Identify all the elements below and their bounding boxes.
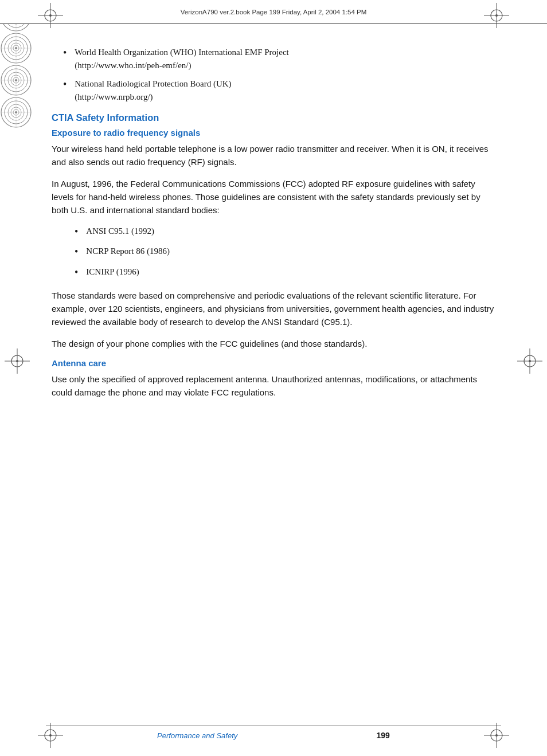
list-item: National Radiological Protection Board (… <box>52 77 495 103</box>
paragraph-3: Those standards were based on comprehens… <box>52 289 495 329</box>
crosshair-mid-left <box>5 348 30 374</box>
bullet-list-mid: ANSI C95.1 (1992) NCRP Report 86 (1986) … <box>63 225 495 280</box>
crosshair-top-left <box>38 3 63 28</box>
crosshair-mid-right <box>517 348 542 374</box>
footer-title: Performance and Safety <box>157 731 237 740</box>
crosshair-top-right <box>484 3 509 28</box>
header-bar: VerizonA790 ver.2.book Page 199 Friday, … <box>0 0 547 24</box>
svg-point-35 <box>49 14 52 17</box>
corner-decoration-br <box>0 96 32 128</box>
svg-point-47 <box>529 360 531 362</box>
list-item: World Health Organization (WHO) Internat… <box>52 46 495 72</box>
paragraph-1: Your wireless hand held portable telepho… <box>52 142 495 169</box>
footer-page-number: 199 <box>377 731 390 740</box>
footer-separator <box>249 731 365 740</box>
paragraph-5: Use only the specified of approved repla… <box>52 373 495 399</box>
paragraph-4: The design of your phone complies with t… <box>52 337 495 350</box>
bullet-list-top: World Health Organization (WHO) Internat… <box>52 46 495 103</box>
header-text: VerizonA790 ver.2.book Page 199 Friday, … <box>181 9 367 15</box>
svg-point-43 <box>16 360 18 362</box>
list-item: NCRP Report 86 (1986) <box>63 245 495 259</box>
sub-heading-exposure: Exposure to radio frequency signals <box>52 128 495 138</box>
section-heading-ctia: CTIA Safety Information <box>52 112 495 123</box>
paragraph-2: In August, 1996, the Federal Communicati… <box>52 177 495 217</box>
list-item: ICNIRP (1996) <box>63 265 495 280</box>
corner-decoration-tr <box>0 32 32 64</box>
svg-point-39 <box>495 14 498 17</box>
corner-decoration-bl <box>0 64 32 96</box>
main-content: World Health Organization (WHO) Internat… <box>52 32 495 722</box>
footer-line <box>46 726 501 726</box>
footer: Performance and Safety 199 <box>0 731 547 740</box>
page: VerizonA790 ver.2.book Page 199 Friday, … <box>0 0 547 756</box>
sub-heading-antenna: Antenna care <box>52 358 495 368</box>
list-item: ANSI C95.1 (1992) <box>63 225 495 239</box>
